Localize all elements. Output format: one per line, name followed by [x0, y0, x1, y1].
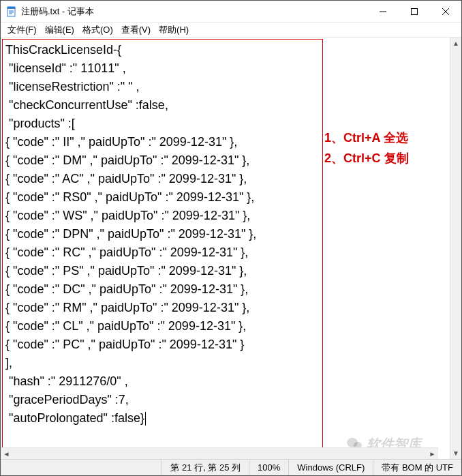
scroll-right-icon[interactable]: ►: [427, 448, 438, 459]
menu-format[interactable]: 格式(O): [78, 23, 117, 38]
text-caret: [145, 412, 146, 426]
titlebar: 注册码.txt - 记事本: [1, 1, 461, 23]
window-controls: [367, 1, 461, 23]
vertical-scrollbar[interactable]: ▲ ▼: [450, 38, 461, 459]
minimize-button[interactable]: [367, 1, 399, 23]
menu-file[interactable]: 文件(F): [3, 23, 41, 38]
statusbar: 第 21 行, 第 25 列 100% Windows (CRLF) 带有 BO…: [1, 459, 461, 475]
menubar: 文件(F) 编辑(E) 格式(O) 查看(V) 帮助(H): [1, 23, 461, 38]
client-area: ThisCrackLicenseId-{ "licenseId" :" 1101…: [1, 38, 461, 459]
h-scroll-track[interactable]: [12, 448, 427, 459]
status-zoom: 100%: [249, 460, 288, 475]
menu-help[interactable]: 帮助(H): [155, 23, 193, 38]
status-encoding: 带有 BOM 的 UTF: [373, 460, 461, 475]
editor-wrap: ThisCrackLicenseId-{ "licenseId" :" 1101…: [1, 38, 450, 459]
v-scroll-track[interactable]: [450, 49, 461, 447]
scroll-up-icon[interactable]: ▲: [450, 38, 461, 49]
annotation-line-1: 1、Ctrl+A 全选: [324, 128, 433, 148]
scroll-left-icon[interactable]: ◄: [1, 448, 12, 459]
horizontal-scrollbar[interactable]: ◄ ►: [1, 447, 438, 459]
editor-content: ThisCrackLicenseId-{ "licenseId" :" 1101…: [5, 43, 256, 425]
window-title: 注册码.txt - 记事本: [21, 5, 367, 18]
annotation-overlay: 1、Ctrl+A 全选 2、Ctrl+C 复制: [324, 128, 433, 168]
text-editor[interactable]: ThisCrackLicenseId-{ "licenseId" :" 1101…: [2, 39, 323, 456]
status-position: 第 21 行, 第 25 列: [161, 460, 249, 475]
menu-view[interactable]: 查看(V): [117, 23, 155, 38]
status-line-ending: Windows (CRLF): [288, 460, 373, 475]
scroll-down-icon[interactable]: ▼: [450, 447, 461, 459]
svg-rect-1: [7, 7, 15, 9]
menu-edit[interactable]: 编辑(E): [41, 23, 78, 38]
notepad-app-icon: [6, 6, 17, 17]
svg-rect-6: [412, 8, 418, 14]
annotation-line-2: 2、Ctrl+C 复制: [324, 148, 433, 168]
close-button[interactable]: [430, 1, 461, 23]
maximize-button[interactable]: [399, 1, 430, 23]
